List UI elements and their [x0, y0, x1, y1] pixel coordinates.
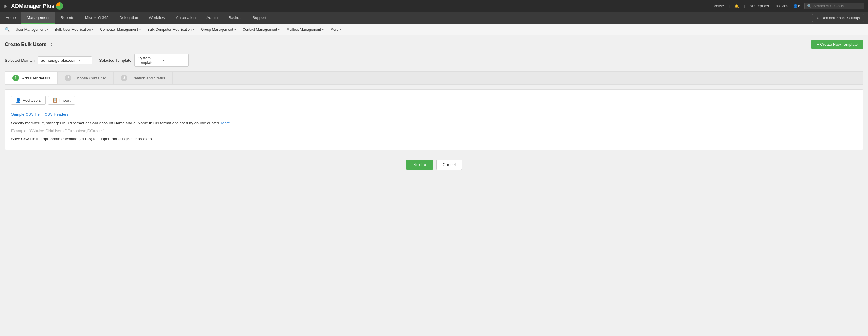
grid-icon[interactable]: ⊞: [4, 3, 7, 9]
nav-item-management[interactable]: Management: [22, 12, 55, 24]
talkback-link[interactable]: TalkBack: [774, 4, 788, 8]
next-button[interactable]: Next »: [406, 160, 433, 169]
nav-item-reports[interactable]: Reports: [55, 12, 80, 24]
license-link[interactable]: License: [712, 4, 724, 8]
info-example: Example: "CN=Joe,CN=Users,DC=contoso,DC=…: [11, 129, 857, 133]
nav-item-admin[interactable]: Admin: [201, 12, 223, 24]
nav-right: ⚙ Domain/Tenant Settings: [812, 12, 868, 24]
step-2-number: 2: [65, 75, 71, 81]
info-links: Sample CSV file CSV Headers: [11, 112, 857, 116]
info-note: Save CSV file in appropriate encoding (U…: [11, 137, 857, 141]
import-icon: 📋: [53, 98, 58, 103]
next-arrow-icon: »: [424, 162, 426, 167]
sub-nav: 🔍 User Management ▾ Bulk User Modificati…: [0, 24, 868, 35]
page-content: Create Bulk Users ? + Create New Templat…: [0, 35, 868, 336]
help-icon[interactable]: ?: [49, 42, 54, 47]
info-main-text: Specify memberOf, manager in DN format o…: [11, 120, 857, 126]
chevron-down-icon: ▾: [79, 58, 89, 62]
step-3: 3 Creation and Status: [114, 72, 173, 84]
logo-circle: [56, 2, 63, 10]
nav-item-automation[interactable]: Automation: [170, 12, 201, 24]
page-header: Create Bulk Users ? + Create New Templat…: [5, 40, 863, 49]
domain-label: Selected Domain: [5, 58, 35, 63]
chevron-down-icon: ▾: [340, 28, 341, 31]
top-bar: ⊞ ADManager Plus License | 🔔 | AD Explor…: [0, 0, 868, 12]
domain-settings-button[interactable]: ⚙ Domain/Tenant Settings: [812, 14, 864, 22]
tab-buttons: 👤 Add Users 📋 Import: [11, 96, 857, 105]
chevron-down-icon: ▾: [47, 28, 48, 31]
domain-form-group: Selected Domain admanagerplus.com ▾: [5, 56, 92, 64]
create-new-template-button[interactable]: + Create New Template: [811, 40, 863, 49]
subnav-bulk-computer-modification[interactable]: Bulk Computer Modification ▾: [144, 24, 197, 35]
nav-bar: Home Management Reports Microsoft 365 De…: [0, 12, 868, 24]
page-title: Create Bulk Users: [5, 42, 46, 47]
step-2: 2 Choose Container: [58, 72, 114, 84]
subnav-bulk-user-modification[interactable]: Bulk User Modification ▾: [52, 24, 96, 35]
main-card: 👤 Add Users 📋 Import Sample CSV file CSV…: [5, 90, 863, 150]
nav-item-delegation[interactable]: Delegation: [114, 12, 144, 24]
step-3-label: Creation and Status: [130, 76, 165, 80]
nav-item-microsoft365[interactable]: Microsoft 365: [80, 12, 114, 24]
ad-explorer-link[interactable]: AD Explorer: [749, 4, 769, 8]
subnav-mailbox-management[interactable]: Mailbox Management ▾: [283, 24, 327, 35]
subnav-user-management[interactable]: User Management ▾: [13, 24, 51, 35]
page-title-row: Create Bulk Users ?: [5, 42, 54, 47]
subnav-more[interactable]: More ▾: [327, 24, 344, 35]
search-icon: 🔍: [807, 4, 812, 8]
chevron-down-icon: ▾: [139, 28, 141, 31]
search-input[interactable]: [813, 4, 862, 8]
top-bar-left: ⊞ ADManager Plus: [4, 2, 63, 10]
nav-item-support[interactable]: Support: [247, 12, 272, 24]
subnav-search-icon[interactable]: 🔍: [2, 27, 12, 32]
chevron-down-icon: ▾: [193, 28, 194, 31]
chevron-down-icon: ▾: [92, 28, 93, 31]
domain-select[interactable]: admanagerplus.com ▾: [38, 56, 92, 64]
csv-headers-link[interactable]: CSV Headers: [44, 112, 68, 116]
step-3-number: 3: [121, 75, 127, 81]
nav-item-workflow[interactable]: Workflow: [144, 12, 170, 24]
subnav-computer-management[interactable]: Computer Management ▾: [97, 24, 144, 35]
template-label: Selected Template: [99, 58, 131, 63]
top-bar-right: License | 🔔 | AD Explorer TalkBack 👤▾ 🔍: [712, 3, 864, 9]
chevron-down-icon: ▾: [322, 28, 324, 31]
nav-item-home[interactable]: Home: [0, 12, 22, 24]
cancel-button[interactable]: Cancel: [436, 160, 462, 170]
footer-buttons: Next » Cancel: [5, 155, 863, 175]
sample-csv-link[interactable]: Sample CSV file: [11, 112, 40, 116]
chevron-down-icon: ▾: [163, 58, 185, 62]
chevron-down-icon: ▾: [235, 28, 236, 31]
template-select[interactable]: System Template ▾: [134, 54, 189, 67]
notification-bell[interactable]: 🔔: [735, 4, 739, 8]
logo-text: ADManager Plus: [11, 3, 54, 9]
nav-item-backup[interactable]: Backup: [223, 12, 247, 24]
subnav-contact-management[interactable]: Contact Management ▾: [240, 24, 283, 35]
more-link[interactable]: More...: [221, 121, 233, 125]
info-section: Sample CSV file CSV Headers Specify memb…: [11, 110, 857, 144]
search-box: 🔍: [804, 3, 864, 9]
step-1-label: Add user details: [22, 76, 50, 80]
step-2-label: Choose Container: [74, 76, 106, 80]
form-row: Selected Domain admanagerplus.com ▾ Sele…: [5, 54, 863, 67]
add-users-tab[interactable]: 👤 Add Users: [11, 96, 45, 105]
subnav-group-management[interactable]: Group Management ▾: [198, 24, 239, 35]
add-users-icon: 👤: [16, 98, 21, 103]
user-icon[interactable]: 👤▾: [793, 4, 800, 8]
import-tab[interactable]: 📋 Import: [48, 96, 75, 105]
gear-icon: ⚙: [816, 16, 820, 20]
template-form-group: Selected Template System Template ▾: [99, 54, 189, 67]
chevron-down-icon: ▾: [278, 28, 280, 31]
step-1: 1 Add user details: [5, 72, 58, 84]
steps-bar: 1 Add user details 2 Choose Container 3 …: [5, 71, 863, 85]
logo: ADManager Plus: [11, 2, 63, 10]
step-1-number: 1: [12, 75, 19, 81]
